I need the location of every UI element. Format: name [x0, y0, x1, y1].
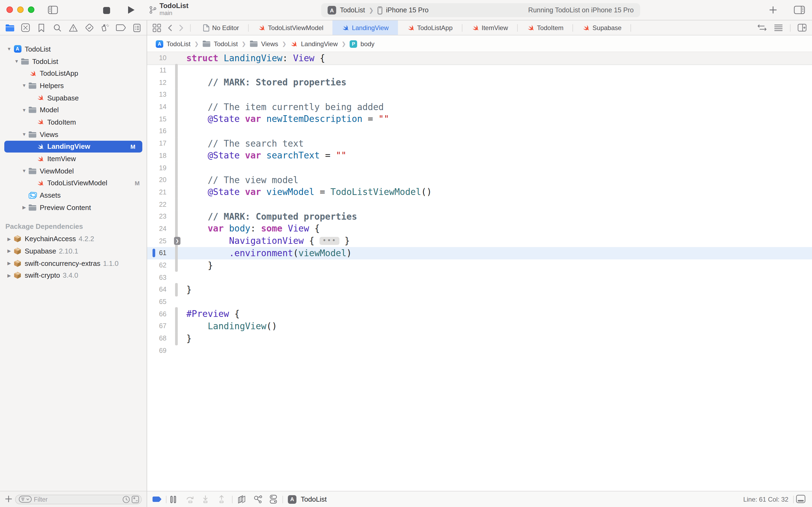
- code-line-13[interactable]: 13: [147, 89, 812, 101]
- code-line-15[interactable]: 15 @State var newItemDescription = "": [147, 113, 812, 125]
- line-number[interactable]: 61: [147, 249, 167, 257]
- step-into-button[interactable]: [202, 492, 209, 507]
- line-number[interactable]: 68: [147, 335, 167, 342]
- line-number[interactable]: 14: [147, 103, 167, 111]
- sidebar-divider[interactable]: [147, 20, 147, 507]
- sidebar-item-assets[interactable]: Assets: [0, 189, 147, 202]
- code-text[interactable]: }: [186, 260, 213, 270]
- sidebar-item-preview-content[interactable]: ▶Preview Content: [0, 202, 147, 214]
- sidebar-item-model[interactable]: ▼Model: [0, 104, 147, 116]
- test-navigator-icon[interactable]: [84, 22, 95, 33]
- code-text[interactable]: }: [186, 333, 192, 343]
- code-text[interactable]: NavigationView { ••• }: [186, 236, 350, 246]
- line-number[interactable]: 19: [147, 164, 167, 172]
- sidebar-item-todolistviewmodel[interactable]: TodoListViewModelM: [0, 177, 147, 189]
- filter-field[interactable]: [15, 494, 142, 504]
- disclosure-closed-icon[interactable]: ▶: [5, 261, 13, 266]
- code-line-66[interactable]: 66#Preview {: [147, 308, 812, 320]
- sidebar-item-itemview[interactable]: ItemView: [0, 153, 147, 165]
- sidebar-item-viewmodel[interactable]: ▼ViewModel: [0, 165, 147, 177]
- code-line-14[interactable]: 14 // The item currently being added: [147, 101, 812, 113]
- code-line-62[interactable]: 62 }: [147, 259, 812, 271]
- report-navigator-icon[interactable]: [131, 22, 142, 33]
- code-line-68[interactable]: 68}: [147, 332, 812, 344]
- disclosure-closed-icon[interactable]: ▶: [5, 273, 13, 278]
- tab-todolistapp[interactable]: TodoListApp: [398, 20, 462, 35]
- breakpoints-toggle-button[interactable]: [153, 492, 162, 507]
- sidebar-item-todolist[interactable]: ▼TodoList: [0, 55, 147, 67]
- code-text[interactable]: // The view model: [186, 175, 298, 185]
- code-line-25[interactable]: 25❯ NavigationView { ••• }: [147, 235, 812, 247]
- add-editor-split-icon[interactable]: [798, 23, 807, 32]
- code-text[interactable]: @State var viewModel = TodoListViewModel…: [186, 187, 432, 198]
- source-editor[interactable]: 10struct LandingView: View {1112 // MARK…: [147, 52, 812, 491]
- find-navigator-icon[interactable]: [52, 22, 63, 33]
- code-line-67[interactable]: 67 LandingView(): [147, 320, 812, 332]
- view-hierarchy-debugger-icon[interactable]: [237, 492, 246, 507]
- line-number[interactable]: 63: [147, 274, 167, 281]
- line-number[interactable]: 18: [147, 152, 167, 160]
- disclosure-open-icon[interactable]: ▼: [5, 47, 13, 52]
- tab-itemview[interactable]: ItemView: [462, 20, 517, 35]
- package-item-keychainaccess[interactable]: ▶KeychainAccess4.2.2: [0, 233, 147, 245]
- code-line-10[interactable]: 10struct LandingView: View {: [147, 52, 812, 64]
- code-line-19[interactable]: 19: [147, 162, 812, 174]
- project-navigator-icon[interactable]: [4, 22, 15, 33]
- step-out-button[interactable]: [218, 492, 225, 507]
- line-number[interactable]: 21: [147, 188, 167, 196]
- line-number[interactable]: 25: [147, 237, 167, 245]
- line-number[interactable]: 66: [147, 311, 167, 318]
- code-line-24[interactable]: 24 var body: some View {: [147, 223, 812, 235]
- code-line-20[interactable]: 20 // The view model: [147, 174, 812, 186]
- line-number[interactable]: 23: [147, 213, 167, 220]
- disclosure-open-icon[interactable]: ▼: [20, 168, 28, 173]
- disclosure-closed-icon[interactable]: ▶: [5, 236, 13, 241]
- memory-graph-debugger-icon[interactable]: [253, 492, 263, 507]
- filter-input[interactable]: [32, 496, 121, 502]
- breakpoint-navigator-icon[interactable]: [116, 22, 126, 33]
- adjust-editor-options-icon[interactable]: [774, 24, 783, 31]
- code-line-21[interactable]: 21 @State var viewModel = TodoListViewMo…: [147, 186, 812, 198]
- code-text[interactable]: @State var newItemDescription = "": [186, 114, 389, 124]
- recent-files-clock-icon[interactable]: [122, 496, 130, 503]
- source-control-navigator-icon[interactable]: [20, 22, 31, 33]
- code-line-16[interactable]: 16: [147, 125, 812, 137]
- tab-landingview[interactable]: LandingView: [333, 20, 398, 35]
- stop-button[interactable]: [103, 7, 110, 14]
- line-number[interactable]: 69: [147, 347, 167, 354]
- breadcrumb-item[interactable]: Views: [250, 40, 278, 48]
- pause-button[interactable]: [170, 492, 176, 507]
- code-line-64[interactable]: 64}: [147, 284, 812, 296]
- go-back-button[interactable]: [168, 24, 172, 32]
- editor-layout-grid-icon[interactable]: [153, 23, 161, 32]
- code-text[interactable]: struct LandingView: View {: [186, 53, 325, 63]
- breadcrumb-item[interactable]: ATodoList: [156, 40, 190, 48]
- code-text[interactable]: // MARK: Computed properties: [186, 212, 357, 222]
- package-item-swift-concurrency-extras[interactable]: ▶swift-concurrency-extras1.1.0: [0, 257, 147, 269]
- issue-navigator-icon[interactable]: [68, 22, 79, 33]
- code-text[interactable]: var body: some View {: [186, 224, 320, 234]
- zoom-window-button[interactable]: [28, 6, 35, 13]
- line-number[interactable]: 65: [147, 298, 167, 305]
- line-number[interactable]: 13: [147, 91, 167, 99]
- code-text[interactable]: // The item currently being added: [186, 102, 384, 112]
- breadcrumb-item[interactable]: Pbody: [350, 40, 374, 48]
- code-text[interactable]: #Preview {: [186, 309, 240, 319]
- code-line-22[interactable]: 22: [147, 199, 812, 211]
- line-number[interactable]: 22: [147, 201, 167, 208]
- code-text[interactable]: // MARK: Stored properties: [186, 77, 346, 88]
- code-text[interactable]: // The search text: [186, 138, 304, 149]
- sidebar-item-views[interactable]: ▼Views: [0, 128, 147, 140]
- sidebar-item-landingview[interactable]: LandingViewM: [4, 140, 142, 153]
- bookmark-navigator-icon[interactable]: [36, 22, 47, 33]
- close-window-button[interactable]: [6, 6, 13, 13]
- line-number[interactable]: 15: [147, 115, 167, 123]
- code-text[interactable]: LandingView(): [186, 321, 277, 331]
- breadcrumb-item[interactable]: LandingView: [290, 40, 338, 48]
- code-line-11[interactable]: 11: [147, 64, 812, 76]
- line-number[interactable]: 17: [147, 139, 167, 147]
- tab-supabase[interactable]: Supabase: [573, 20, 631, 35]
- sidebar-item-helpers[interactable]: ▼Helpers: [0, 79, 147, 92]
- code-text[interactable]: .environment(viewModel): [186, 248, 352, 258]
- code-text[interactable]: @State var searchText = "": [186, 151, 346, 161]
